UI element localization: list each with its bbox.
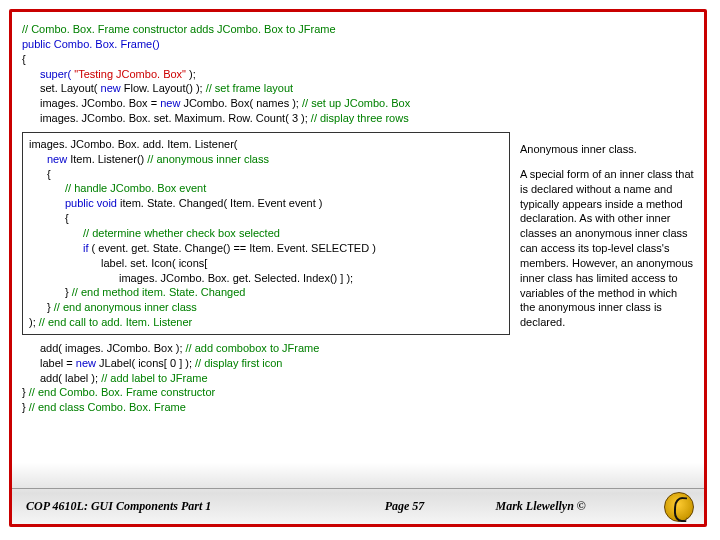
- code-line: // Combo. Box. Frame constructor adds JC…: [22, 22, 510, 37]
- code-line: images. JCombo. Box. add. Item. Listener…: [29, 137, 503, 152]
- code-line: super( "Testing JCombo. Box" );: [22, 67, 510, 82]
- code-line: if ( event. get. State. Change() == Item…: [29, 241, 503, 256]
- code-line: images. JCombo. Box = new JCombo. Box( n…: [22, 96, 510, 111]
- code-line: add( images. JCombo. Box ); // add combo…: [22, 341, 510, 356]
- annotation-body: A special form of an inner class that is…: [520, 167, 694, 330]
- code-line: public Combo. Box. Frame(): [22, 37, 510, 52]
- code-line: {: [29, 167, 503, 182]
- code-line: {: [29, 211, 503, 226]
- code-line: add( label ); // add label to JFrame: [22, 371, 510, 386]
- code-line: } // end Combo. Box. Frame constructor: [22, 385, 510, 400]
- slide-frame: // Combo. Box. Frame constructor adds JC…: [9, 9, 707, 527]
- slide-outer: // Combo. Box. Frame constructor adds JC…: [0, 0, 720, 540]
- ucf-logo-icon: [664, 492, 694, 522]
- code-line: } // end anonymous inner class: [29, 300, 503, 315]
- code-column: // Combo. Box. Frame constructor adds JC…: [22, 22, 510, 482]
- annotation-title: Anonymous inner class.: [520, 142, 694, 157]
- code-line: images. JCombo. Box. set. Maximum. Row. …: [22, 111, 510, 126]
- code-line: set. Layout( new Flow. Layout() ); // se…: [22, 81, 510, 96]
- code-line: ); // end call to add. Item. Listener: [29, 315, 503, 330]
- code-line: images. JCombo. Box. get. Selected. Inde…: [29, 271, 503, 286]
- code-line: label. set. Icon( icons[: [29, 256, 503, 271]
- footer-page: Page 57: [331, 499, 477, 514]
- footer-author: Mark Llewellyn ©: [478, 499, 690, 514]
- slide-content: // Combo. Box. Frame constructor adds JC…: [12, 12, 704, 488]
- code-line: // determine whether check box selected: [29, 226, 503, 241]
- code-block-top: // Combo. Box. Frame constructor adds JC…: [22, 22, 510, 126]
- code-line: new Item. Listener() // anonymous inner …: [29, 152, 503, 167]
- slide-footer: COP 4610L: GUI Components Part 1 Page 57…: [12, 488, 704, 524]
- annotation-column: Anonymous inner class. A special form of…: [520, 22, 698, 482]
- code-line: {: [22, 52, 510, 67]
- code-line: // handle JCombo. Box event: [29, 181, 503, 196]
- code-block-middle-boxed: images. JCombo. Box. add. Item. Listener…: [22, 132, 510, 335]
- footer-course: COP 4610L: GUI Components Part 1: [26, 499, 331, 514]
- code-line: } // end method item. State. Changed: [29, 285, 503, 300]
- code-line: label = new JLabel( icons[ 0 ] ); // dis…: [22, 356, 510, 371]
- code-line: } // end class Combo. Box. Frame: [22, 400, 510, 415]
- code-line: public void item. State. Changed( Item. …: [29, 196, 503, 211]
- code-block-bottom: add( images. JCombo. Box ); // add combo…: [22, 341, 510, 415]
